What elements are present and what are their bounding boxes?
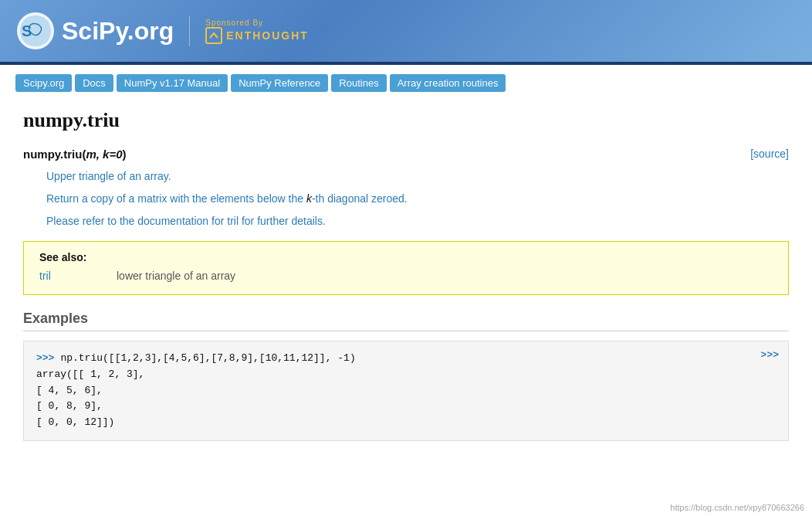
sponsor-area: Sponsored By ENTHOUGHT [205,19,309,44]
enthought-svg-icon [208,30,219,41]
doc-description-3: Please refer to the documentation for tr… [46,213,789,229]
scipy-org-text: SciPy.org [62,17,174,46]
breadcrumb-docs[interactable]: Docs [75,74,113,92]
code-output-1: array([[ 1, 2, 3], [36,367,776,383]
see-also-title: See also: [39,251,773,263]
page-title: numpy.triu [23,109,789,132]
svg-text:S: S [22,22,32,39]
source-link[interactable]: [source] [750,148,789,160]
breadcrumb-numpy-manual[interactable]: NumPy v1.17 Manual [117,74,228,92]
code-input: np.triu([[1,2,3],[4,5,6],[7,8,9],[10,11,… [60,351,355,367]
breadcrumb: Scipy.org Docs NumPy v1.17 Manual NumPy … [0,65,812,101]
code-block: >>> >>> np.triu([[1,2,3],[4,5,6],[7,8,9]… [23,341,789,441]
code-output-3: [ 0, 8, 9], [36,399,776,415]
enthought-logo[interactable]: ENTHOUGHT [205,27,309,44]
breadcrumb-array-creation[interactable]: Array creation routines [390,74,506,92]
code-corner-marker: >>> [761,348,779,364]
see-also-box: See also: tril lower triangle of an arra… [23,241,789,295]
see-also-row: tril lower triangle of an array [39,270,773,282]
doc-description-1: Upper triangle of an array. [46,168,789,185]
enthought-text: ENTHOUGHT [226,29,309,42]
function-signature: numpy.triu(m, k=0) [23,148,127,161]
examples-title: Examples [23,311,789,331]
logo-area: S SciPy.org Sponsored By ENTHOUGHT [15,11,309,51]
scipy-logo-icon: S [15,11,56,51]
see-also-tril-link[interactable]: tril [39,270,101,282]
k-param: k [306,192,312,205]
breadcrumb-numpy-ref[interactable]: NumPy Reference [231,74,328,92]
code-prompt: >>> [36,351,54,367]
signature-prefix: numpy.triu [23,148,82,161]
sponsored-by-text: Sponsored By [205,19,263,27]
main-content: numpy.triu numpy.triu(m, k=0) [source] U… [0,101,812,464]
code-output-2: [ 4, 5, 6], [36,383,776,399]
tril-link[interactable]: tril [227,215,239,227]
breadcrumb-scipy-org[interactable]: Scipy.org [15,74,72,92]
examples-section: Examples >>> >>> np.triu([[1,2,3],[4,5,6… [23,311,789,441]
enthought-icon [205,27,222,44]
signature-params: m, k=0 [86,148,122,161]
see-also-tril-desc: lower triangle of an array [117,270,235,282]
code-output-4: [ 0, 0, 12]]) [36,415,776,431]
header-divider [189,15,190,46]
breadcrumb-routines[interactable]: Routines [331,74,386,92]
signature-line: numpy.triu(m, k=0) [source] [23,148,789,161]
site-header: S SciPy.org Sponsored By ENTHOUGHT [0,0,812,62]
scipy-logo[interactable]: S SciPy.org [15,11,174,51]
doc-description-2: Return a copy of a matrix with the eleme… [46,191,789,207]
code-input-line: >>> np.triu([[1,2,3],[4,5,6],[7,8,9],[10… [36,351,776,367]
